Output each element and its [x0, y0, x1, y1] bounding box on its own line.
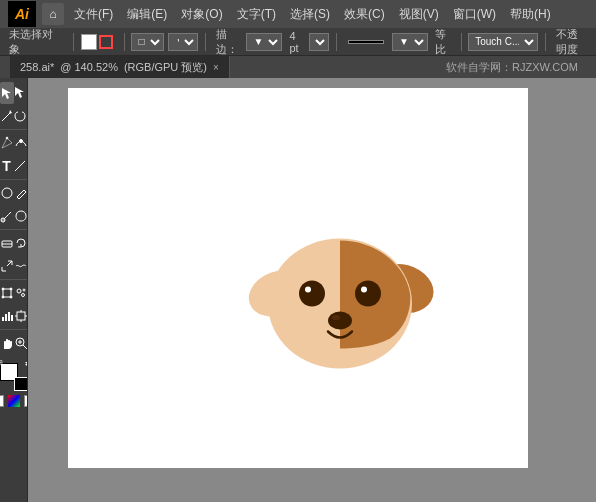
svg-rect-25	[17, 312, 25, 320]
svg-rect-21	[2, 317, 4, 321]
tool-row-graph	[0, 305, 27, 327]
tab-close-button[interactable]: ×	[213, 62, 219, 73]
svg-line-6	[15, 161, 25, 171]
svg-point-20	[21, 294, 24, 297]
title-bar: Ai ⌂ 文件(F) 编辑(E) 对象(O) 文字(T) 选择(S) 效果(C)…	[0, 0, 596, 28]
opacity-label: 不透明度	[553, 26, 590, 58]
menu-select[interactable]: 选择(S)	[284, 4, 336, 25]
pen-tool[interactable]	[0, 132, 14, 154]
direct-select-tool[interactable]	[14, 82, 28, 104]
artboard-tool[interactable]	[14, 305, 28, 327]
warp-tool[interactable]	[14, 255, 28, 277]
tab-filename: 258.ai*	[20, 61, 54, 73]
tool-row-magic	[0, 105, 27, 127]
stroke-preview	[348, 40, 384, 44]
document-tab[interactable]: 258.ai* @ 140.52% (RGB/GPU 预览) ×	[10, 56, 230, 78]
menu-object[interactable]: 对象(O)	[175, 4, 228, 25]
menu-bar: 文件(F) 编辑(E) 对象(O) 文字(T) 选择(S) 效果(C) 视图(V…	[68, 4, 588, 25]
menu-effect[interactable]: 效果(C)	[338, 4, 391, 25]
canvas-area	[28, 78, 596, 502]
fill-color[interactable]	[81, 34, 97, 50]
tools-divider-3	[0, 229, 27, 230]
svg-line-12	[7, 261, 12, 266]
scale-tool[interactable]	[0, 255, 14, 277]
tool-row-shapes	[0, 182, 27, 204]
ellipse-tool[interactable]	[0, 182, 14, 204]
svg-point-38	[303, 285, 321, 303]
tool-row-scale	[0, 255, 27, 277]
svg-point-44	[332, 315, 340, 320]
divider-3	[205, 33, 206, 51]
symbol-sprayer-tool[interactable]	[14, 282, 28, 304]
svg-point-19	[23, 289, 25, 291]
select-tool[interactable]	[0, 82, 14, 104]
shape-select[interactable]: □	[131, 33, 164, 51]
hand-tool[interactable]	[0, 332, 14, 354]
menu-edit[interactable]: 编辑(E)	[121, 4, 173, 25]
tool-row-eraser	[0, 232, 27, 254]
tool-row-brush	[0, 205, 27, 227]
stroke-style-select[interactable]: ▼	[392, 33, 428, 51]
tools-divider-2	[0, 179, 27, 180]
tab-bar: 258.ai* @ 140.52% (RGB/GPU 预览) × 软件自学网：R…	[0, 56, 596, 78]
svg-rect-23	[8, 312, 10, 321]
svg-point-15	[10, 288, 12, 290]
tab-mode: (RGB/GPU 预览)	[124, 60, 207, 75]
eraser-tool[interactable]	[0, 232, 14, 254]
shape-select2[interactable]: ▼	[168, 33, 198, 51]
tool-row-hand	[0, 332, 27, 354]
tools-divider-5	[0, 329, 27, 330]
free-transform-tool[interactable]	[0, 282, 14, 304]
menu-view[interactable]: 视图(V)	[393, 4, 445, 25]
magic-wand-tool[interactable]	[0, 105, 14, 127]
zoom-tool[interactable]	[14, 332, 28, 354]
svg-point-9	[1, 218, 5, 222]
divider-5	[461, 33, 462, 51]
blob-brush-tool[interactable]	[14, 205, 28, 227]
svg-marker-3	[9, 110, 12, 114]
divider-2	[124, 33, 125, 51]
svg-point-18	[17, 289, 21, 293]
main-area: T	[0, 78, 596, 502]
ratio-label: 等比	[432, 26, 454, 58]
column-graph-tool[interactable]	[0, 305, 14, 327]
selection-label: 未选择对象	[6, 26, 66, 58]
svg-marker-1	[15, 87, 24, 98]
type-tool[interactable]: T	[0, 155, 13, 177]
svg-marker-0	[2, 88, 11, 99]
stroke-color[interactable]	[99, 35, 113, 49]
menu-help[interactable]: 帮助(H)	[504, 4, 557, 25]
menu-type[interactable]: 文字(T)	[231, 4, 282, 25]
stroke-label: 描边：	[213, 26, 242, 58]
svg-rect-22	[5, 314, 7, 321]
gradient-icon[interactable]	[8, 395, 20, 407]
tool-row-select	[0, 82, 27, 104]
svg-line-31	[23, 345, 27, 349]
tools-divider-1	[0, 129, 27, 130]
rotate-tool[interactable]	[14, 232, 28, 254]
tool-row-type: T	[0, 155, 27, 177]
svg-point-16	[2, 296, 4, 298]
svg-point-5	[19, 140, 22, 143]
toolbar: 未选择对象 □ ▼ 描边： ▼ 4 pt ▼ ▼ 等比 Touch C... 不…	[0, 28, 596, 56]
lasso-tool[interactable]	[14, 105, 28, 127]
svg-point-43	[328, 312, 352, 330]
site-info: 软件自学网：RJZXW.COM	[446, 60, 586, 75]
fill-none-icon[interactable]	[0, 395, 4, 407]
svg-point-17	[10, 296, 12, 298]
svg-rect-13	[3, 289, 11, 297]
pencil-tool[interactable]	[14, 182, 28, 204]
menu-file[interactable]: 文件(F)	[68, 4, 119, 25]
curvature-tool[interactable]	[14, 132, 28, 154]
home-icon[interactable]: ⌂	[42, 3, 64, 25]
touch-select[interactable]: Touch C...	[468, 33, 538, 51]
paintbrush-tool[interactable]	[0, 205, 14, 227]
color-reset-icon[interactable]: ⊞	[0, 359, 4, 367]
menu-window[interactable]: 窗口(W)	[447, 4, 502, 25]
stroke-pt-select[interactable]: ▼	[309, 33, 329, 51]
stroke-width-select[interactable]: ▼	[246, 33, 282, 51]
line-tool[interactable]	[13, 155, 27, 177]
svg-point-41	[359, 285, 377, 303]
stroke-indicator[interactable]	[14, 377, 28, 391]
svg-line-8	[24, 190, 26, 192]
